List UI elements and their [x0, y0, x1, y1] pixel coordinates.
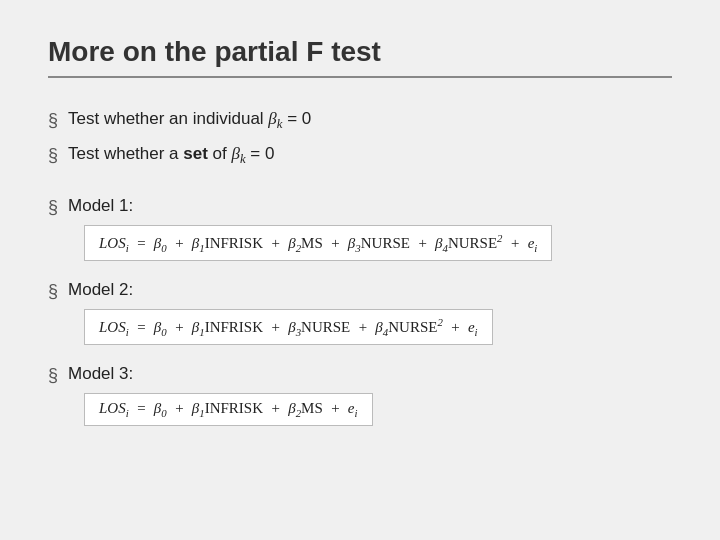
ms-3: MS — [301, 400, 323, 416]
b0-3: 0 — [161, 407, 166, 419]
slide: More on the partial F test § Test whethe… — [0, 0, 720, 540]
beta-symbol-1: βk — [268, 109, 282, 128]
los2-sub: i — [126, 326, 129, 338]
slide-title: More on the partial F test — [48, 36, 672, 78]
nurse2-exp-1: 2 — [497, 232, 502, 244]
bullet-icon-1: § — [48, 107, 58, 134]
infrisk-2: INFRISK — [205, 319, 263, 335]
model1-formula: LOSi = β0 + β1INFRISK + β2MS + β3NURSE +… — [84, 225, 552, 261]
model1-formula-content: LOSi = β0 + β1INFRISK + β2MS + β3NURSE +… — [99, 235, 537, 251]
nurse2-exp-2: 2 — [437, 316, 442, 328]
infrisk-1: INFRISK — [205, 235, 263, 251]
b0-1: 0 — [161, 242, 166, 254]
bullet-item-2: § Test whether a set of βk = 0 — [48, 141, 672, 170]
los3-sub: i — [126, 407, 129, 419]
nurse2-1: NURSE — [448, 235, 497, 251]
model2-formula: LOSi = β0 + β1INFRISK + β3NURSE + β4NURS… — [84, 309, 493, 345]
model3-label-text: Model 3: — [68, 361, 133, 387]
e1-2: i — [475, 326, 478, 338]
model3-formula-content: LOSi = β0 + β1INFRISK + β2MS + ei — [99, 400, 358, 416]
ms-1: MS — [301, 235, 323, 251]
infrisk-3: INFRISK — [205, 400, 263, 416]
model2-label-text: Model 2: — [68, 277, 133, 303]
bullet-icon-4: § — [48, 278, 58, 305]
model2-label: § Model 2: — [48, 277, 672, 305]
e1-1: i — [534, 242, 537, 254]
model3-block: § Model 3: LOSi = β0 + β1INFRISK + β2MS … — [48, 361, 672, 438]
bullet-list: § Test whether an individual βk = 0 § Te… — [48, 106, 672, 175]
nurse-2: NURSE — [301, 319, 350, 335]
model2-block: § Model 2: LOSi = β0 + β1INFRISK + β3NUR… — [48, 277, 672, 357]
bullet-icon-3: § — [48, 194, 58, 221]
bullet-item-1: § Test whether an individual βk = 0 — [48, 106, 672, 135]
model1-label-text: Model 1: — [68, 193, 133, 219]
model3-label: § Model 3: — [48, 361, 672, 389]
bullet-text-1: Test whether an individual βk = 0 — [68, 106, 311, 135]
nurse-1: NURSE — [361, 235, 410, 251]
bullet-icon-2: § — [48, 142, 58, 169]
bold-set: set — [183, 144, 208, 163]
e1-3: i — [355, 407, 358, 419]
model1-label: § Model 1: — [48, 193, 672, 221]
model2-formula-content: LOSi = β0 + β1INFRISK + β3NURSE + β4NURS… — [99, 319, 478, 335]
nurse2-2: NURSE — [388, 319, 437, 335]
b0-2: 0 — [161, 326, 166, 338]
model3-formula: LOSi = β0 + β1INFRISK + β2MS + ei — [84, 393, 373, 426]
los1-sub: i — [126, 242, 129, 254]
bullet-text-2: Test whether a set of βk = 0 — [68, 141, 274, 170]
beta-symbol-2: βk — [232, 144, 246, 163]
bullet-icon-5: § — [48, 362, 58, 389]
model1-block: § Model 1: LOSi = β0 + β1INFRISK + β2MS … — [48, 193, 672, 273]
section-gap — [48, 175, 672, 193]
